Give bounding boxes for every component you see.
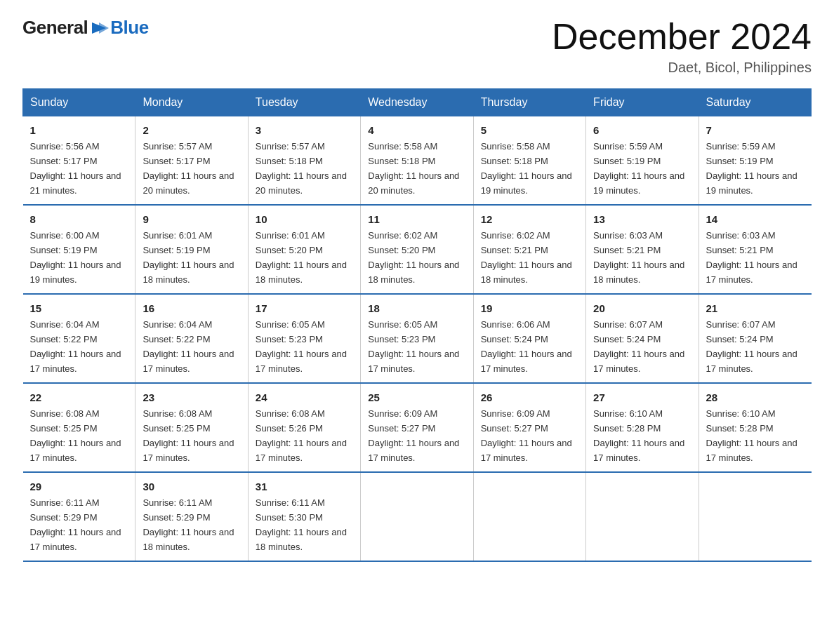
day-number: 20 bbox=[593, 300, 691, 316]
day-info: Sunrise: 6:07 AMSunset: 5:24 PMDaylight:… bbox=[593, 319, 684, 374]
day-info: Sunrise: 6:11 AMSunset: 5:29 PMDaylight:… bbox=[143, 497, 234, 552]
header-tuesday: Tuesday bbox=[248, 89, 360, 116]
day-number: 29 bbox=[30, 478, 128, 495]
day-info: Sunrise: 5:56 AMSunset: 5:17 PMDaylight:… bbox=[30, 141, 121, 196]
header-sunday: Sunday bbox=[23, 89, 135, 116]
day-info: Sunrise: 5:57 AMSunset: 5:18 PMDaylight:… bbox=[256, 141, 347, 196]
logo-blue: Blue bbox=[110, 17, 148, 39]
calendar-cell: 28Sunrise: 6:10 AMSunset: 5:28 PMDayligh… bbox=[699, 383, 811, 472]
logo-triangle-icon bbox=[89, 18, 109, 38]
calendar-cell: 5Sunrise: 5:58 AMSunset: 5:18 PMDaylight… bbox=[473, 116, 585, 205]
day-info: Sunrise: 5:59 AMSunset: 5:19 PMDaylight:… bbox=[593, 141, 684, 196]
day-info: Sunrise: 6:07 AMSunset: 5:24 PMDaylight:… bbox=[706, 319, 797, 374]
day-info: Sunrise: 6:01 AMSunset: 5:20 PMDaylight:… bbox=[256, 230, 347, 285]
day-info: Sunrise: 6:08 AMSunset: 5:25 PMDaylight:… bbox=[143, 408, 234, 463]
calendar-cell: 23Sunrise: 6:08 AMSunset: 5:25 PMDayligh… bbox=[135, 383, 248, 472]
header-monday: Monday bbox=[135, 89, 248, 116]
day-number: 16 bbox=[143, 300, 240, 316]
header-saturday: Saturday bbox=[699, 89, 811, 116]
page: General Blue December 2024 Daet, Bicol, … bbox=[0, 0, 834, 579]
calendar-cell: 16Sunrise: 6:04 AMSunset: 5:22 PMDayligh… bbox=[135, 294, 248, 383]
calendar-cell: 29Sunrise: 6:11 AMSunset: 5:29 PMDayligh… bbox=[23, 472, 135, 561]
day-number: 7 bbox=[706, 122, 805, 138]
day-info: Sunrise: 6:10 AMSunset: 5:28 PMDaylight:… bbox=[593, 408, 684, 463]
header: General Blue December 2024 Daet, Bicol, … bbox=[22, 17, 812, 76]
day-number: 28 bbox=[706, 389, 805, 405]
day-info: Sunrise: 6:09 AMSunset: 5:27 PMDaylight:… bbox=[481, 408, 572, 463]
day-info: Sunrise: 6:05 AMSunset: 5:23 PMDaylight:… bbox=[256, 319, 347, 374]
calendar-week-row: 15Sunrise: 6:04 AMSunset: 5:22 PMDayligh… bbox=[23, 294, 812, 383]
main-title: December 2024 bbox=[552, 17, 812, 57]
logo-general: General bbox=[22, 17, 88, 39]
calendar-week-row: 1Sunrise: 5:56 AMSunset: 5:17 PMDaylight… bbox=[23, 116, 812, 205]
day-number: 12 bbox=[481, 211, 578, 227]
calendar-cell: 10Sunrise: 6:01 AMSunset: 5:20 PMDayligh… bbox=[248, 205, 360, 294]
day-number: 11 bbox=[368, 211, 465, 227]
calendar-cell: 14Sunrise: 6:03 AMSunset: 5:21 PMDayligh… bbox=[699, 205, 811, 294]
day-info: Sunrise: 6:02 AMSunset: 5:21 PMDaylight:… bbox=[481, 230, 572, 285]
header-thursday: Thursday bbox=[473, 89, 585, 116]
day-number: 21 bbox=[706, 300, 805, 316]
day-info: Sunrise: 6:10 AMSunset: 5:28 PMDaylight:… bbox=[706, 408, 797, 463]
day-number: 1 bbox=[30, 122, 128, 138]
day-number: 17 bbox=[256, 300, 353, 316]
calendar-cell: 8Sunrise: 6:00 AMSunset: 5:19 PMDaylight… bbox=[23, 205, 135, 294]
calendar-cell bbox=[699, 472, 811, 561]
day-info: Sunrise: 6:00 AMSunset: 5:19 PMDaylight:… bbox=[30, 230, 121, 285]
calendar-body: 1Sunrise: 5:56 AMSunset: 5:17 PMDaylight… bbox=[23, 116, 812, 561]
day-number: 8 bbox=[30, 211, 128, 227]
day-number: 23 bbox=[143, 389, 240, 405]
day-number: 10 bbox=[256, 211, 353, 227]
title-block: December 2024 Daet, Bicol, Philippines bbox=[552, 17, 812, 76]
calendar-cell: 24Sunrise: 6:08 AMSunset: 5:26 PMDayligh… bbox=[248, 383, 360, 472]
calendar-cell bbox=[473, 472, 585, 561]
day-info: Sunrise: 6:05 AMSunset: 5:23 PMDaylight:… bbox=[368, 319, 459, 374]
calendar-cell: 20Sunrise: 6:07 AMSunset: 5:24 PMDayligh… bbox=[586, 294, 699, 383]
day-number: 18 bbox=[368, 300, 465, 316]
calendar-cell: 26Sunrise: 6:09 AMSunset: 5:27 PMDayligh… bbox=[473, 383, 585, 472]
day-info: Sunrise: 6:01 AMSunset: 5:19 PMDaylight:… bbox=[143, 230, 234, 285]
calendar-cell: 7Sunrise: 5:59 AMSunset: 5:19 PMDaylight… bbox=[699, 116, 811, 205]
day-info: Sunrise: 6:11 AMSunset: 5:29 PMDaylight:… bbox=[30, 497, 121, 552]
subtitle: Daet, Bicol, Philippines bbox=[552, 60, 812, 76]
day-number: 24 bbox=[256, 389, 353, 405]
day-number: 27 bbox=[593, 389, 691, 405]
day-number: 4 bbox=[368, 122, 465, 138]
calendar-cell bbox=[361, 472, 473, 561]
day-number: 25 bbox=[368, 389, 465, 405]
calendar-cell: 2Sunrise: 5:57 AMSunset: 5:17 PMDaylight… bbox=[135, 116, 248, 205]
calendar-cell: 18Sunrise: 6:05 AMSunset: 5:23 PMDayligh… bbox=[361, 294, 473, 383]
day-number: 30 bbox=[143, 478, 240, 495]
calendar-cell: 13Sunrise: 6:03 AMSunset: 5:21 PMDayligh… bbox=[586, 205, 699, 294]
calendar-cell: 21Sunrise: 6:07 AMSunset: 5:24 PMDayligh… bbox=[699, 294, 811, 383]
day-number: 19 bbox=[481, 300, 578, 316]
day-number: 26 bbox=[481, 389, 578, 405]
weekday-row: Sunday Monday Tuesday Wednesday Thursday… bbox=[23, 89, 812, 116]
calendar-cell: 15Sunrise: 6:04 AMSunset: 5:22 PMDayligh… bbox=[23, 294, 135, 383]
calendar-cell: 22Sunrise: 6:08 AMSunset: 5:25 PMDayligh… bbox=[23, 383, 135, 472]
logo: General Blue bbox=[22, 17, 149, 39]
svg-marker-1 bbox=[99, 22, 109, 34]
day-number: 6 bbox=[593, 122, 691, 138]
day-number: 22 bbox=[30, 389, 128, 405]
day-info: Sunrise: 6:03 AMSunset: 5:21 PMDaylight:… bbox=[706, 230, 797, 285]
calendar-week-row: 22Sunrise: 6:08 AMSunset: 5:25 PMDayligh… bbox=[23, 383, 812, 472]
calendar-week-row: 8Sunrise: 6:00 AMSunset: 5:19 PMDaylight… bbox=[23, 205, 812, 294]
day-info: Sunrise: 5:58 AMSunset: 5:18 PMDaylight:… bbox=[368, 141, 459, 196]
day-number: 31 bbox=[256, 478, 353, 495]
day-info: Sunrise: 6:04 AMSunset: 5:22 PMDaylight:… bbox=[143, 319, 234, 374]
calendar-header: Sunday Monday Tuesday Wednesday Thursday… bbox=[23, 89, 812, 116]
day-number: 2 bbox=[143, 122, 240, 138]
day-number: 5 bbox=[481, 122, 578, 138]
day-info: Sunrise: 6:09 AMSunset: 5:27 PMDaylight:… bbox=[368, 408, 459, 463]
day-number: 13 bbox=[593, 211, 691, 227]
calendar-cell: 12Sunrise: 6:02 AMSunset: 5:21 PMDayligh… bbox=[473, 205, 585, 294]
header-wednesday: Wednesday bbox=[361, 89, 473, 116]
calendar-cell: 9Sunrise: 6:01 AMSunset: 5:19 PMDaylight… bbox=[135, 205, 248, 294]
day-info: Sunrise: 5:58 AMSunset: 5:18 PMDaylight:… bbox=[481, 141, 572, 196]
calendar-cell: 4Sunrise: 5:58 AMSunset: 5:18 PMDaylight… bbox=[361, 116, 473, 205]
day-info: Sunrise: 6:02 AMSunset: 5:20 PMDaylight:… bbox=[368, 230, 459, 285]
header-friday: Friday bbox=[586, 89, 699, 116]
calendar-week-row: 29Sunrise: 6:11 AMSunset: 5:29 PMDayligh… bbox=[23, 472, 812, 561]
calendar-cell: 17Sunrise: 6:05 AMSunset: 5:23 PMDayligh… bbox=[248, 294, 360, 383]
